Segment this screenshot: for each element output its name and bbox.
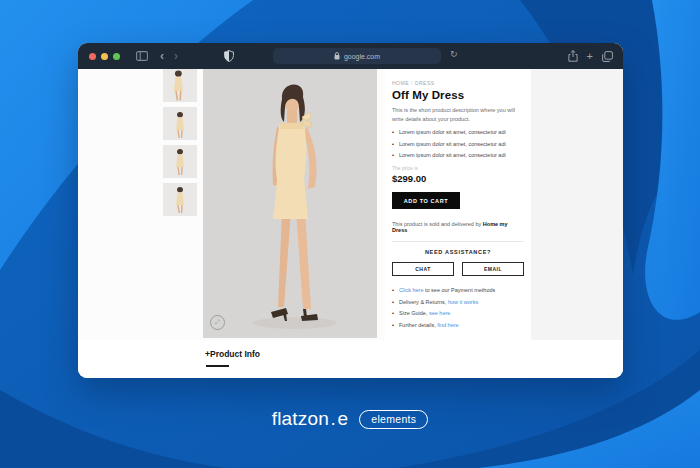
brand-dot: . (331, 408, 336, 430)
help-item: Further details, find here (399, 322, 524, 328)
thumbnail-list (163, 69, 197, 340)
product-details-panel: HOME/DRESS Off My Dress This is the shor… (385, 69, 531, 340)
link-prefix: Size Guide, (399, 310, 429, 316)
url-text: google.com (344, 53, 380, 60)
email-button[interactable]: EMAIL (462, 262, 524, 276)
product-thumbnail[interactable] (163, 69, 197, 102)
product-thumbnail[interactable] (163, 183, 197, 216)
sold-by-line: This product is sold and delivered by Ho… (392, 221, 524, 233)
feature-list: Lorem ipsum dolor sit amet, consectetur … (392, 129, 524, 158)
product-title: Off My Dress (392, 89, 524, 101)
price-label: The price is (392, 165, 524, 171)
address-bar[interactable]: google.com (273, 48, 441, 64)
add-to-cart-button[interactable]: ADD TO CART (392, 192, 460, 209)
assistance-title: NEED ASSISTANCE? (392, 249, 524, 255)
help-link[interactable]: how it works (448, 299, 478, 305)
brand-part1: flatzon (272, 408, 329, 430)
product-thumbnail[interactable] (163, 145, 197, 178)
breadcrumb-current[interactable]: DRESS (415, 80, 435, 86)
feature-item: Lorem ipsum dolor sit amet, consectetur … (399, 129, 524, 135)
link-prefix: Delivery & Returns, (399, 299, 448, 305)
help-item: Click here to see our Payment methods (399, 287, 524, 293)
breadcrumb-separator: / (411, 80, 413, 86)
browser-toolbar: ‹ › google.com ↻ + (78, 43, 623, 69)
brand-bar: flatzon.e elements (0, 401, 700, 437)
model-photo (203, 69, 377, 338)
browser-window: ‹ › google.com ↻ + (78, 43, 623, 378)
link-suffix: to see our Payment methods (423, 287, 495, 293)
assistance-buttons: CHAT EMAIL (392, 262, 524, 276)
feature-item: Lorem ipsum dolor sit amet, consectetur … (399, 141, 524, 147)
reload-icon[interactable]: ↻ (450, 50, 458, 59)
minimize-window-button[interactable] (101, 53, 108, 60)
product-info-tab[interactable]: +Product Info (205, 349, 260, 359)
lock-icon (334, 52, 340, 60)
brand-part2: e (338, 408, 349, 430)
traffic-lights (89, 53, 120, 60)
product-info-underline (206, 365, 229, 367)
zoom-image-icon[interactable]: ⤢ (210, 315, 225, 330)
feature-item: Lorem ipsum dolor sit amet, consectetur … (399, 152, 524, 158)
help-item: Size Guide, see here (399, 310, 524, 316)
sidebar-toggle-icon[interactable] (136, 51, 148, 61)
breadcrumb-home[interactable]: HOME (392, 80, 409, 86)
help-link[interactable]: Click here (399, 287, 423, 293)
chat-button[interactable]: CHAT (392, 262, 454, 276)
tab-overview-icon[interactable] (602, 51, 613, 62)
breadcrumb: HOME/DRESS (392, 80, 524, 86)
new-tab-icon[interactable]: + (587, 51, 593, 62)
price-value: $299.00 (392, 173, 524, 184)
privacy-shield-icon[interactable] (224, 50, 234, 62)
page-footer: +Product Info (78, 340, 623, 378)
forward-button[interactable]: › (174, 50, 178, 62)
help-link[interactable]: find here (437, 322, 458, 328)
close-window-button[interactable] (89, 53, 96, 60)
page-content: ⤢ HOME/DRESS Off My Dress This is the sh… (78, 69, 623, 340)
back-button[interactable]: ‹ (160, 50, 164, 62)
toolbar-right-group: + (568, 43, 613, 69)
brand-logo: flatzon.e (272, 408, 349, 430)
product-thumbnail[interactable] (163, 107, 197, 140)
share-icon[interactable] (568, 50, 578, 62)
elements-badge: elements (359, 410, 428, 429)
product-main-image[interactable]: ⤢ (203, 69, 377, 338)
help-link[interactable]: see here (429, 310, 450, 316)
zoom-window-button[interactable] (113, 53, 120, 60)
link-prefix: Further details, (399, 322, 437, 328)
help-link-list: Click here to see our Payment methodsDel… (392, 287, 524, 328)
divider (392, 241, 524, 242)
help-item: Delivery & Returns, how it works (399, 299, 524, 305)
page-right-gutter (531, 69, 623, 340)
left-margin (78, 69, 163, 340)
product-description: This is the short product description wh… (392, 106, 518, 123)
